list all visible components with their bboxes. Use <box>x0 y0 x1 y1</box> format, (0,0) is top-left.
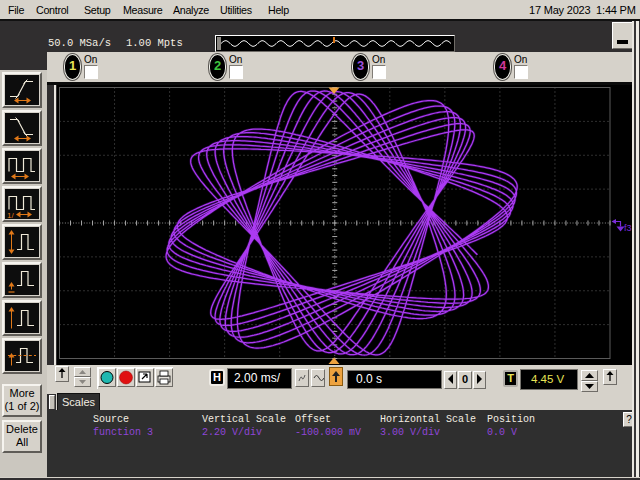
svg-text:f3: f3 <box>624 223 632 233</box>
